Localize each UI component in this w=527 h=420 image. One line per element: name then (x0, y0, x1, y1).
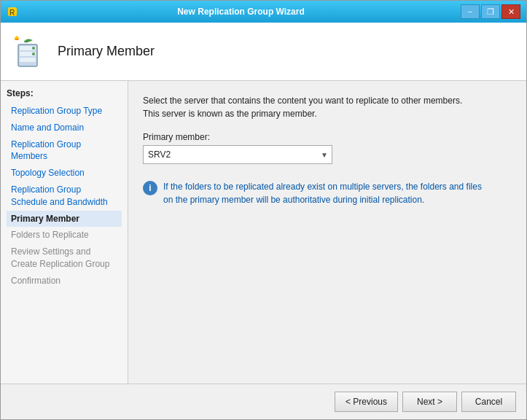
svg-point-6 (32, 47, 35, 50)
title-bar: R New Replication Group Wizard − ❐ ✕ (1, 1, 526, 23)
info-box: i If the folders to be replicated alread… (143, 176, 493, 211)
page-title: Primary Member (58, 44, 155, 59)
sidebar-item-topology-selection[interactable]: Topology Selection (7, 165, 122, 182)
sidebar: Steps: Replication Group TypeName and Do… (1, 81, 128, 384)
restore-button[interactable]: ❐ (481, 4, 500, 19)
content-panel: Select the server that contains the cont… (128, 81, 526, 384)
window: R New Replication Group Wizard − ❐ ✕ Pri… (0, 0, 527, 420)
primary-member-dropdown-wrapper: SRV2SRV1SRV3 ▼ (143, 145, 332, 164)
steps-label: Steps: (7, 88, 122, 98)
minimize-button[interactable]: − (461, 4, 480, 19)
primary-member-select[interactable]: SRV2SRV1SRV3 (143, 145, 332, 164)
sidebar-item-folders-to-replicate: Folders to Replicate (7, 227, 122, 244)
cancel-button[interactable]: Cancel (461, 392, 516, 412)
description: Select the server that contains the cont… (143, 94, 512, 120)
sidebar-item-primary-member[interactable]: Primary Member (7, 211, 122, 228)
sidebar-item-replication-group-schedule[interactable]: Replication Group Schedule and Bandwidth (7, 182, 122, 211)
footer: < Previous Next > Cancel (1, 384, 526, 419)
primary-member-label: Primary member: (143, 132, 512, 142)
app-icon: R (7, 6, 18, 18)
description-line2: This server is known as the primary memb… (143, 109, 317, 119)
window-title: New Replication Group Wizard (21, 7, 461, 17)
previous-button[interactable]: < Previous (335, 392, 398, 412)
close-button[interactable]: ✕ (501, 4, 520, 19)
svg-marker-9 (14, 36, 20, 39)
sidebar-item-name-and-domain[interactable]: Name and Domain (7, 120, 122, 136)
svg-point-7 (32, 52, 35, 55)
svg-rect-5 (20, 58, 36, 62)
header-area: Primary Member (1, 23, 526, 81)
info-text: If the folders to be replicated already … (163, 180, 493, 206)
info-icon: i (143, 181, 157, 195)
svg-text:R: R (9, 9, 15, 17)
sidebar-item-replication-group-members[interactable]: Replication Group Members (7, 136, 122, 166)
wizard-icon (12, 34, 47, 69)
sidebar-item-replication-group-type[interactable]: Replication Group Type (7, 103, 122, 120)
sidebar-item-confirmation: Confirmation (7, 273, 122, 289)
description-line1: Select the server that contains the cont… (143, 96, 462, 106)
main-content: Steps: Replication Group TypeName and Do… (1, 81, 526, 384)
window-controls: − ❐ ✕ (461, 4, 520, 19)
sidebar-item-review-settings: Review Settings and Create Replication G… (7, 244, 122, 273)
next-button[interactable]: Next > (402, 392, 457, 412)
